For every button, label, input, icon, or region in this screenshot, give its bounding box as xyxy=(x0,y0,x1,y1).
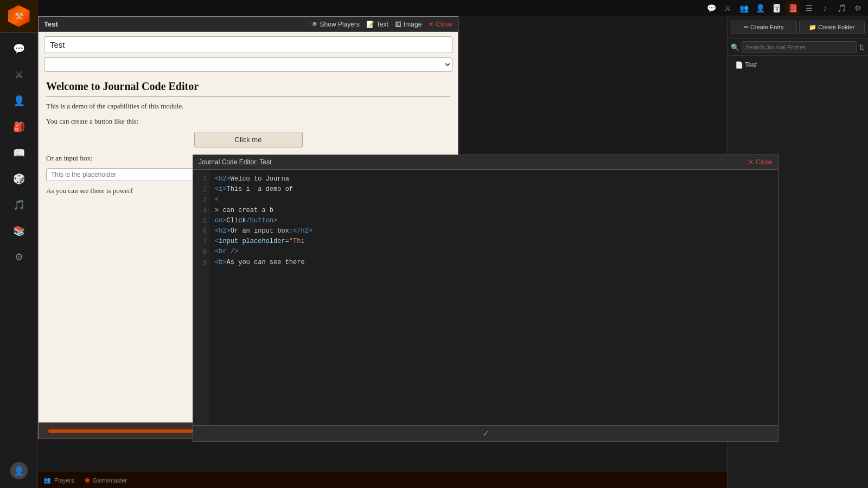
sidebar-item-journal[interactable]: 📖 xyxy=(7,141,31,165)
journal-nav-icon[interactable]: 📕 xyxy=(786,1,800,15)
sidebar-icons: 💬 ⚔ 👤 🎒 📖 🎲 🎵 📚 ⚙ xyxy=(0,33,37,269)
cards-nav-icon[interactable]: 🃏 xyxy=(769,1,783,15)
code-line-6: <h2>Or an input box:</h2> xyxy=(215,226,773,236)
line-numbers: 1 2 3 4 5 6 7 8 9 xyxy=(193,170,209,425)
party-nav-icon[interactable]: 👤 xyxy=(753,1,767,15)
playlists-nav-icon[interactable]: ♪ xyxy=(818,1,832,15)
players-icon: 👥 xyxy=(43,477,51,484)
list-item[interactable]: 📄 Test xyxy=(731,59,865,71)
sidebar-item-combat[interactable]: ⚔ xyxy=(7,63,31,87)
top-navbar: 💬 ⚔ 👥 👤 🃏 📕 ☰ ♪ 🎵 ⚙ xyxy=(38,0,868,16)
sidebar: ⚒ 💬 ⚔ 👤 🎒 📖 🎲 🎵 📚 ⚙ 👤 xyxy=(0,0,38,488)
players-label: Players xyxy=(54,477,74,484)
compendium-nav-icon[interactable]: 🎵 xyxy=(834,1,848,15)
code-line-5: on>Click/button> xyxy=(215,216,773,226)
journal-title-input[interactable] xyxy=(44,36,452,53)
code-line-2: <i>This i a demo of xyxy=(215,184,773,195)
player-status-dot xyxy=(85,478,90,483)
player-bar: 👥 Players Gamemaster xyxy=(38,472,727,488)
settings-nav-icon[interactable]: ⚙ xyxy=(851,1,865,15)
confirm-button[interactable]: ✓ xyxy=(482,428,489,439)
progress-bar-fill xyxy=(48,429,208,433)
sidebar-item-compendium[interactable]: 📚 xyxy=(7,219,31,243)
journal-folder-select[interactable] xyxy=(44,57,452,72)
sidebar-item-tables[interactable]: 🎲 xyxy=(7,167,31,191)
code-editor-content: 1 2 3 4 5 6 7 8 9 <h2>Welco to Journa <i… xyxy=(193,170,778,425)
close-icon: ✕ xyxy=(428,21,433,28)
code-line-4: > can creat a b xyxy=(215,206,773,216)
sidebar-item-actors[interactable]: 👤 xyxy=(7,89,31,113)
entry-icon: 📄 xyxy=(735,61,743,69)
code-editor-titlebar: Journal Code Editor: Test ✕ Close xyxy=(193,155,778,170)
sidebar-item-items[interactable]: 🎒 xyxy=(7,115,31,139)
chat-nav-icon[interactable]: 💬 xyxy=(704,1,718,15)
code-area[interactable]: <h2>Welco to Journa <i>This i a demo of … xyxy=(209,170,778,425)
code-editor-window: Journal Code Editor: Test ✕ Close 1 2 3 … xyxy=(193,155,778,442)
close-icon: ✕ xyxy=(748,158,754,166)
search-icon: 🔍 xyxy=(731,43,739,52)
code-editor-close-button[interactable]: ✕ Close xyxy=(748,158,773,166)
eye-icon: 👁 xyxy=(311,21,318,28)
journal-toolbar: ✏ Create Entry 📁 Create Folder xyxy=(727,16,868,39)
show-players-button[interactable]: 👁 Show Players xyxy=(311,21,360,28)
text-view-button[interactable]: 📝 Text xyxy=(366,21,388,28)
journal-window-titlebar: Test 👁 Show Players 📝 Text 🖼 Image ✕ Clo… xyxy=(39,17,458,32)
combat-nav-icon[interactable]: ⚔ xyxy=(720,1,735,15)
code-line-1: <h2>Welco to Journa xyxy=(215,174,773,184)
sidebar-item-chat[interactable]: 💬 xyxy=(7,37,31,61)
sidebar-bottom: 👤 xyxy=(0,453,37,488)
player-item: 👥 Players xyxy=(43,477,74,484)
code-line-8: <br /> xyxy=(215,247,773,257)
sort-icon[interactable]: ⇅ xyxy=(859,43,865,52)
journal-intro: This is a demo of the capabilities of th… xyxy=(46,101,450,112)
image-view-button[interactable]: 🖼 Image xyxy=(395,21,422,28)
click-me-button[interactable]: Click me xyxy=(194,132,303,147)
create-folder-button[interactable]: 📁 Create Folder xyxy=(799,21,865,34)
tables-nav-icon[interactable]: ☰ xyxy=(802,1,816,15)
avatar: 👤 xyxy=(10,462,28,479)
sidebar-item-playlists[interactable]: 🎵 xyxy=(7,193,31,217)
titlebar-actions: 👁 Show Players 📝 Text 🖼 Image ✕ Close xyxy=(311,21,452,28)
sidebar-user: 👤 xyxy=(0,458,37,484)
code-editor-title: Journal Code Editor: Test xyxy=(199,158,272,166)
actors-nav-icon[interactable]: 👥 xyxy=(737,1,751,15)
sidebar-item-settings[interactable]: ⚙ xyxy=(7,245,31,269)
app-logo[interactable]: ⚒ xyxy=(0,0,38,33)
entry-label: Test xyxy=(745,61,757,69)
gamemaster-item: Gamemaster xyxy=(85,477,127,484)
journal-window-title: Test xyxy=(44,20,58,28)
journal-heading: Welcome to Journal Code Editor xyxy=(46,80,450,97)
journal-search-row: 🔍 ⇅ xyxy=(727,39,868,56)
image-icon: 🖼 xyxy=(395,21,401,28)
journal-window-close-button[interactable]: ✕ Close xyxy=(428,21,452,28)
text-icon: 📝 xyxy=(366,21,374,28)
journal-search-input[interactable] xyxy=(742,41,857,53)
code-line-7: <input placeholder="Thi xyxy=(215,236,773,247)
logo-hex: ⚒ xyxy=(8,5,30,27)
code-line-3: < xyxy=(215,195,773,205)
close-label: Close xyxy=(756,158,773,166)
gamemaster-label: Gamemaster xyxy=(93,477,127,484)
main-area: Test 👁 Show Players 📝 Text 🖼 Image ✕ Clo… xyxy=(38,16,868,488)
code-line-9: <b>As you can see there xyxy=(215,258,773,268)
journal-button-label: You can create a button like this: xyxy=(46,116,450,127)
code-editor-footer: ✓ xyxy=(193,425,778,441)
create-entry-button[interactable]: ✏ Create Entry xyxy=(731,21,797,34)
